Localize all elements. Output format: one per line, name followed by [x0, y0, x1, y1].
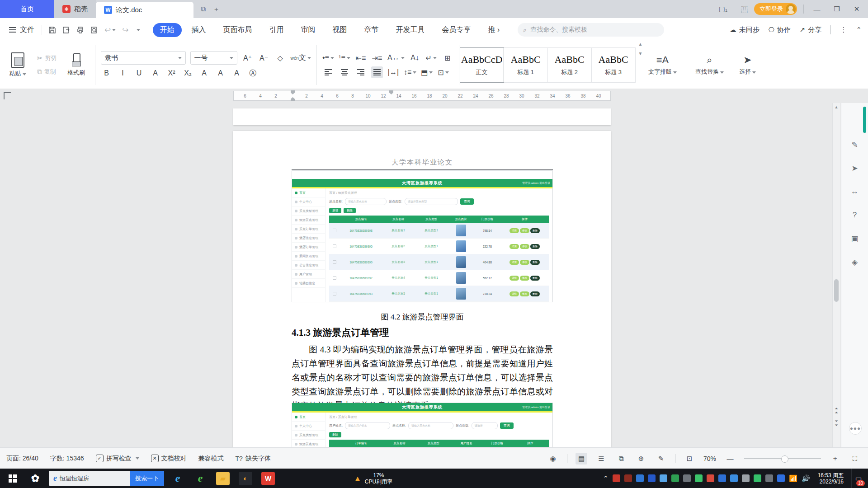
show-marks-button[interactable]: ↵ [425, 52, 437, 64]
format-button[interactable]: A [215, 67, 226, 79]
spellcheck-toggle[interactable]: ✓拼写检查 [96, 455, 139, 463]
fullscreen-icon[interactable]: ⛶ [849, 453, 861, 465]
network-icon[interactable]: 📶 [789, 474, 797, 483]
ie-browser-icon[interactable]: e [169, 469, 187, 488]
proofread-button[interactable]: ✕文档校对 [151, 455, 187, 463]
tray-icon[interactable] [636, 474, 644, 482]
outline-view-icon[interactable]: ☰ [595, 453, 607, 465]
find-replace-button[interactable]: ⌕ 查找替换 [692, 42, 727, 89]
format-button[interactable]: A [231, 67, 243, 79]
page-view-icon[interactable]: ▤ [576, 453, 587, 465]
previous-page-button[interactable]: ⏶⏶ [833, 407, 840, 415]
line-spacing-button[interactable]: ↕≡ [404, 66, 416, 78]
style-gallery-up-icon[interactable]: ▲ [638, 42, 643, 47]
tray-icon[interactable] [624, 474, 632, 482]
tray-icon[interactable] [718, 474, 726, 482]
phonetic-guide-button[interactable]: wén文 [291, 52, 311, 64]
numbered-list-button[interactable]: ¹≡ [339, 52, 350, 64]
zoom-slider-knob[interactable] [781, 455, 788, 463]
shading-button[interactable]: ⬒ [421, 66, 433, 78]
undo-icon[interactable]: ↩ [104, 25, 116, 35]
print-icon[interactable] [76, 26, 84, 34]
format-button[interactable]: B [101, 67, 113, 79]
ribbon-tab[interactable]: 开发工具 [389, 23, 432, 37]
ribbon-tab[interactable]: 页面布局 [216, 23, 259, 37]
justify-button[interactable] [371, 66, 383, 78]
minimize-button[interactable]: — [810, 3, 824, 15]
monitor-icon[interactable]: ⧉ [201, 5, 206, 13]
file-explorer-icon[interactable]: ▰ [214, 469, 232, 488]
scrollbar-thumb[interactable] [834, 279, 839, 302]
bullet-list-button[interactable]: •≡ [322, 52, 334, 64]
format-button[interactable]: X₂ [182, 67, 194, 79]
style-cell[interactable]: AaBbCcD 正文 [460, 47, 504, 83]
style-cell[interactable]: AaBbC 标题 1 [504, 47, 548, 83]
taskbar-clock[interactable]: 16:53 周五 2022/9/16 [814, 472, 847, 485]
tray-icon[interactable] [707, 474, 714, 482]
help-icon[interactable]: ? [841, 211, 868, 220]
tray-icon[interactable] [754, 474, 761, 482]
select-cursor-icon[interactable]: ➤ [841, 164, 868, 173]
font-size-select[interactable]: 一号 [190, 51, 237, 65]
volume-icon[interactable]: 🔊 [802, 474, 810, 483]
ocr-tool-icon[interactable]: ▣ [841, 234, 868, 244]
tray-icon[interactable] [765, 474, 773, 482]
tray-icon[interactable] [648, 474, 656, 482]
tab-document[interactable]: W 论文.doc [96, 2, 193, 18]
cut-button[interactable]: ✂剪切 [37, 54, 57, 62]
scroll-up-icon[interactable]: ▲ [833, 105, 840, 109]
tray-icon[interactable] [613, 474, 620, 482]
compat-mode-label[interactable]: 兼容模式 [198, 455, 224, 463]
quickbar-more-icon[interactable] [137, 29, 140, 31]
ribbon-tab[interactable]: 章节 [357, 23, 386, 37]
format-button[interactable]: Ⓐ [247, 67, 259, 79]
style-cell[interactable]: AaBbC 标题 3 [591, 47, 636, 83]
export-icon[interactable] [62, 26, 70, 34]
style-cell[interactable]: AaBbC 标题 2 [547, 47, 592, 83]
paste-button[interactable]: 粘贴 [5, 52, 31, 78]
next-page-button[interactable]: ⏷⏷ [833, 419, 840, 427]
more-tools-button[interactable]: ●●● [849, 422, 862, 435]
style-gallery-down-icon[interactable]: ▼ [638, 51, 643, 56]
tray-icon[interactable] [695, 474, 703, 482]
new-tab-icon[interactable]: ＋ [213, 5, 220, 14]
ribbon-tab[interactable]: 推 › [481, 23, 507, 37]
more-options-icon[interactable]: ⋮ [840, 26, 847, 34]
missing-font-button[interactable]: T?缺失字体 [236, 455, 271, 463]
tray-icon[interactable] [660, 474, 667, 482]
tray-icon[interactable] [683, 474, 691, 482]
document-page[interactable]: 大学本科毕业论文 大湾区旅游推荐系统 管理员:admin 退出登录 首页个人中心… [233, 131, 611, 447]
decrease-font-button[interactable]: A⁻ [258, 52, 270, 64]
tag-tool-icon[interactable]: ◈ [841, 258, 868, 267]
ribbon-tab[interactable]: 视图 [326, 23, 354, 37]
tray-icon[interactable] [671, 474, 679, 482]
save-icon[interactable] [48, 26, 56, 34]
zoom-slider[interactable] [744, 458, 821, 459]
ribbon-tab[interactable]: 引用 [262, 23, 291, 37]
search-app-icon[interactable]: ✿ [26, 469, 44, 488]
vertical-scrollbar[interactable]: ▲ ⏶⏶ ⏷⏷ [832, 103, 840, 447]
align-right-button[interactable] [355, 66, 367, 78]
distribute-button[interactable]: |↔| [387, 66, 399, 78]
spacing-tool-icon[interactable]: ↔ [841, 187, 868, 196]
ribbon-tab[interactable]: 插入 [184, 23, 213, 37]
format-button[interactable]: A [150, 67, 161, 79]
sort-button[interactable]: A↓ [409, 52, 421, 64]
close-button[interactable]: ✕ [850, 3, 863, 15]
eye-protect-icon[interactable]: ◉ [547, 453, 559, 465]
clear-format-button[interactable]: ◇ [274, 52, 286, 64]
ribbon-tab[interactable]: 审阅 [294, 23, 323, 37]
format-painter-button[interactable]: 格式刷 [63, 53, 90, 77]
taskbar-search-button[interactable]: 搜索一下 [130, 471, 164, 486]
zoom-level[interactable]: 70% [703, 455, 716, 462]
format-button[interactable]: I [117, 67, 129, 79]
file-menu-button[interactable]: 文件 [0, 25, 42, 35]
figure-4-3-image[interactable]: 大湾区旅游推荐系统 管理员:admin 退出登录 首页个人中心景点类型管理旅游景… [292, 403, 553, 447]
tab-ruler-button[interactable]: ⊞ [442, 52, 453, 64]
character-scale-button[interactable]: A↔ [387, 52, 405, 64]
login-button[interactable]: 立即登录 [754, 3, 797, 15]
redo-icon[interactable]: ↪ [122, 25, 128, 35]
align-left-button[interactable] [322, 66, 334, 78]
align-center-button[interactable] [339, 66, 350, 78]
tab-selector-icon[interactable] [4, 92, 11, 99]
